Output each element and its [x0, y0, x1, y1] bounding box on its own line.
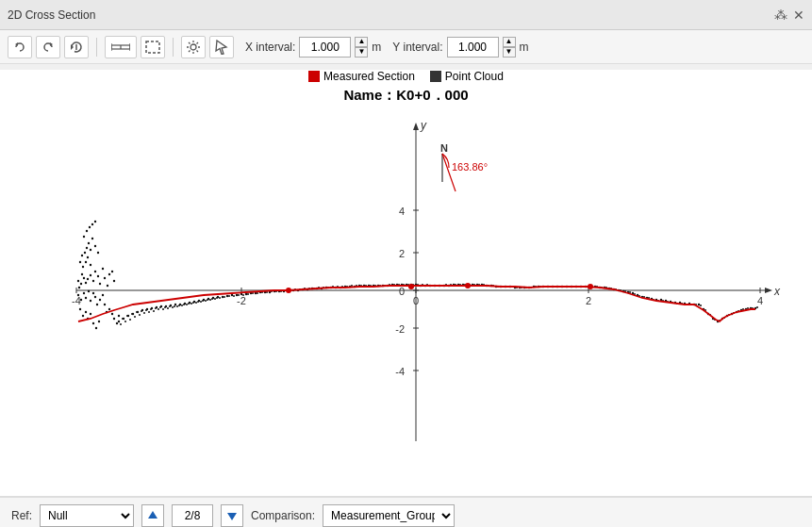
svg-point-255: [195, 302, 197, 304]
x-interval-group: X interval: ▲ ▼ m: [245, 37, 381, 58]
svg-point-393: [207, 299, 208, 301]
pin-icon[interactable]: ⁂: [774, 8, 787, 23]
chart-area: Measured Section Point Cloud Name：K0+0．0…: [0, 70, 812, 497]
svg-point-49: [91, 280, 93, 282]
rotate-cw-button[interactable]: [36, 36, 60, 58]
svg-point-244: [143, 312, 145, 314]
rotate-ccw-button[interactable]: [8, 36, 32, 58]
svg-point-395: [216, 297, 218, 299]
svg-point-240: [124, 321, 126, 322]
rotate-cw-icon: [41, 40, 56, 55]
section-marker-3: [465, 283, 471, 288]
y-interval-label: Y interval:: [392, 41, 442, 54]
svg-point-101: [94, 327, 96, 329]
y-interval-up[interactable]: ▲: [503, 37, 516, 47]
ref-select[interactable]: Null: [40, 504, 134, 527]
svg-rect-8: [146, 41, 159, 53]
y-interval-spinner[interactable]: ▲ ▼: [503, 37, 516, 58]
reset-button[interactable]: [64, 36, 89, 58]
svg-point-99: [89, 313, 91, 315]
svg-point-67: [95, 304, 97, 305]
svg-point-75: [115, 322, 117, 324]
pointer-button[interactable]: [209, 36, 234, 58]
comparison-select[interactable]: Measurement_Group: [323, 504, 455, 527]
measured-section-color: [308, 71, 320, 82]
svg-point-52: [98, 283, 100, 285]
window-title: 2D Cross Section: [8, 8, 95, 22]
measure-icon: [111, 41, 130, 53]
svg-point-125: [221, 296, 223, 298]
measure-button[interactable]: [105, 36, 137, 58]
svg-text:-4: -4: [72, 295, 81, 306]
measured-section-legend: Measured Section: [308, 70, 415, 83]
page-input[interactable]: [172, 504, 213, 527]
svg-point-96: [81, 315, 83, 317]
svg-point-90: [82, 236, 84, 238]
svg-text:4: 4: [756, 295, 762, 306]
svg-point-43: [82, 277, 84, 279]
x-interval-down[interactable]: ▼: [355, 47, 368, 58]
svg-point-246: [153, 310, 155, 312]
x-interval-input[interactable]: [299, 37, 351, 58]
svg-point-65: [91, 292, 93, 294]
separator-2: [173, 38, 174, 57]
svg-point-247: [157, 308, 159, 310]
svg-point-68: [98, 299, 100, 301]
svg-point-60: [79, 299, 81, 301]
svg-point-390: [192, 302, 194, 304]
settings-button[interactable]: [181, 36, 206, 58]
svg-point-80: [86, 256, 88, 258]
svg-text:x: x: [773, 285, 781, 298]
svg-point-86: [89, 249, 91, 251]
float-icon[interactable]: ✕: [793, 8, 804, 23]
point-cloud-label: Point Cloud: [445, 70, 504, 83]
svg-point-265: [242, 294, 244, 296]
svg-point-249: [167, 307, 169, 309]
svg-point-383: [159, 306, 161, 308]
svg-point-92: [88, 226, 90, 228]
svg-point-55: [106, 285, 108, 287]
svg-point-56: [108, 273, 109, 275]
svg-point-103: [117, 321, 119, 322]
rotate-ccw-icon: [12, 40, 27, 55]
chart-canvas[interactable]: -4 -2 0 2 4 4 2 0 -2 -4 x y: [20, 107, 793, 465]
svg-point-47: [86, 278, 88, 280]
svg-point-84: [85, 247, 87, 249]
y-interval-input[interactable]: [447, 37, 499, 58]
svg-text:-4: -4: [395, 366, 405, 377]
svg-point-243: [139, 314, 141, 316]
svg-marker-396: [148, 511, 157, 519]
svg-point-376: [126, 315, 128, 317]
svg-point-257: [205, 300, 207, 302]
svg-point-262: [228, 295, 230, 297]
svg-point-241: [129, 319, 131, 321]
prev-page-button[interactable]: [141, 504, 164, 527]
svg-point-245: [148, 311, 150, 313]
next-page-button[interactable]: [221, 504, 243, 527]
point-cloud-legend: Point Cloud: [430, 70, 504, 83]
svg-point-73: [110, 313, 112, 315]
up-arrow-icon: [147, 509, 158, 522]
y-interval-down[interactable]: ▼: [503, 47, 516, 58]
svg-point-97: [84, 311, 86, 313]
pointer-icon: [215, 40, 228, 55]
svg-point-379: [141, 310, 142, 312]
svg-point-74: [112, 318, 114, 320]
svg-point-388: [183, 304, 185, 305]
svg-text:4: 4: [398, 206, 404, 217]
svg-point-380: [145, 309, 147, 311]
svg-point-268: [257, 292, 258, 294]
x-interval-spinner[interactable]: ▲ ▼: [355, 37, 368, 58]
svg-text:2: 2: [398, 248, 404, 259]
bottom-bar: Ref: Null Comparison: Measurement_Group: [0, 497, 812, 527]
svg-text:0: 0: [398, 286, 404, 297]
svg-point-58: [112, 280, 114, 282]
window-controls[interactable]: ⁂ ✕: [774, 8, 804, 23]
svg-point-384: [164, 306, 166, 308]
svg-point-89: [96, 252, 98, 254]
legend: Measured Section Point Cloud: [0, 70, 812, 83]
x-interval-up[interactable]: ▲: [355, 37, 368, 47]
rect-select-button[interactable]: [141, 36, 165, 58]
svg-text:N: N: [440, 142, 448, 154]
svg-point-252: [181, 305, 183, 306]
